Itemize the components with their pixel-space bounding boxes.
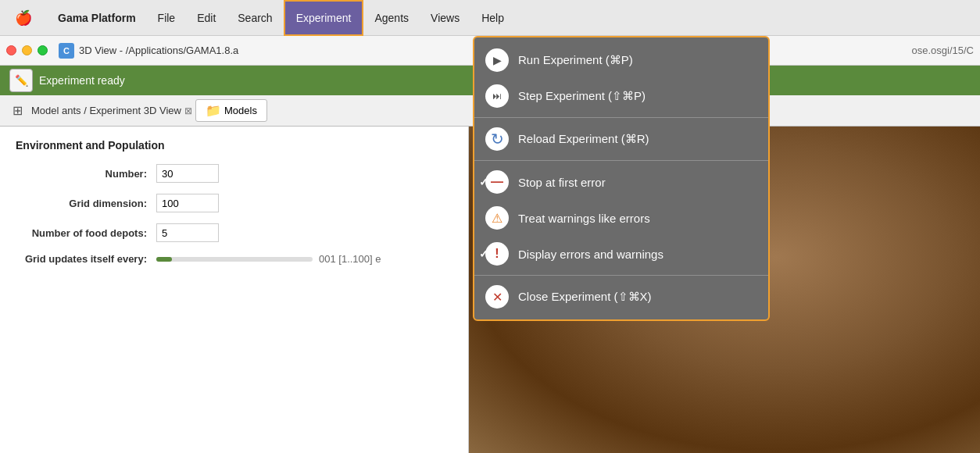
- number-label: Number:: [16, 168, 156, 180]
- reload-icon: ↻: [485, 127, 509, 151]
- display-errors-label: Display errors and warnings: [518, 248, 663, 261]
- section-title: Environment and Population: [16, 139, 452, 152]
- experiment-status: Experiment ready: [39, 74, 125, 87]
- popout-icon[interactable]: ⊠: [184, 105, 192, 116]
- stop-first-error-item[interactable]: — Stop at first error: [474, 164, 768, 200]
- breadcrumb: Model ants / Experiment 3D View ⊠: [31, 105, 192, 116]
- apple-menu[interactable]: 🍎: [0, 9, 47, 27]
- slider-container: 001 [1..100] e: [156, 253, 381, 265]
- menu-edit[interactable]: Edit: [186, 0, 227, 36]
- nav-settings-icon[interactable]: ⊞: [6, 100, 28, 122]
- menubar: 🍎 Gama Platform File Edit Search Experim…: [0, 0, 980, 36]
- food-depots-row: Number of food depots:: [16, 223, 452, 242]
- step-experiment-item[interactable]: ⏭ Step Experiment (⇧⌘P): [474, 78, 768, 114]
- reload-experiment-item[interactable]: ↻ Reload Experiment (⌘R): [474, 121, 768, 157]
- grid-updates-row: Grid updates itself every: 001 [1..100] …: [16, 253, 452, 265]
- experiment-dropdown-menu: ▶ Run Experiment (⌘P) ⏭ Step Experiment …: [473, 36, 770, 321]
- close-experiment-item[interactable]: ✕ Close Experiment (⇧⌘X): [474, 279, 768, 315]
- run-experiment-label: Run Experiment (⌘P): [518, 53, 633, 67]
- food-depots-input[interactable]: [156, 223, 219, 242]
- breadcrumb-text: Model ants / Experiment 3D View: [31, 105, 181, 116]
- menu-file[interactable]: File: [147, 0, 187, 36]
- close-window-button[interactable]: [6, 45, 16, 55]
- slider-track[interactable]: [156, 257, 313, 262]
- edit-button[interactable]: ✏️: [9, 69, 33, 92]
- step-experiment-label: Step Experiment (⇧⌘P): [518, 89, 646, 103]
- grid-dimension-label: Grid dimension:: [16, 198, 156, 209]
- grid-dimension-input[interactable]: [156, 194, 219, 212]
- maximize-window-button[interactable]: [38, 45, 48, 55]
- warning-icon: ⚠: [485, 206, 509, 230]
- menu-agents[interactable]: Agents: [363, 0, 420, 36]
- run-experiment-item[interactable]: ▶ Run Experiment (⌘P): [474, 42, 768, 78]
- step-icon: ⏭: [485, 84, 509, 108]
- separator-2: [474, 160, 768, 161]
- traffic-lights: [6, 45, 48, 55]
- error-icon: !: [485, 242, 509, 266]
- browser-icon: C: [59, 43, 74, 59]
- menu-search[interactable]: Search: [227, 0, 283, 36]
- number-input[interactable]: [156, 164, 219, 183]
- left-panel: Environment and Population Number: Grid …: [0, 127, 469, 453]
- models-tab-label: Models: [224, 105, 257, 116]
- stop-error-icon: —: [485, 170, 509, 194]
- slider-fill: [156, 257, 172, 262]
- display-errors-item[interactable]: ! Display errors and warnings: [474, 236, 768, 272]
- treat-warnings-label: Treat warnings like errors: [518, 212, 650, 225]
- menu-views[interactable]: Views: [420, 0, 470, 36]
- grid-dimension-row: Grid dimension:: [16, 194, 452, 212]
- slider-value: 001 [1..100] e: [319, 253, 381, 265]
- folder-icon: 📁: [206, 103, 221, 118]
- separator-3: [474, 275, 768, 276]
- number-row: Number:: [16, 164, 452, 183]
- separator-1: [474, 117, 768, 118]
- menu-help[interactable]: Help: [470, 0, 515, 36]
- food-depots-label: Number of food depots:: [16, 227, 156, 239]
- minimize-window-button[interactable]: [22, 45, 32, 55]
- models-tab[interactable]: 📁 Models: [195, 99, 267, 122]
- menu-experiment[interactable]: Experiment: [284, 0, 364, 36]
- menu-app-name[interactable]: Gama Platform: [47, 0, 147, 36]
- reload-experiment-label: Reload Experiment (⌘R): [518, 132, 649, 146]
- window-title-suffix: ose.osgi/15/C: [912, 45, 975, 56]
- close-experiment-label: Close Experiment (⇧⌘X): [518, 290, 652, 304]
- treat-warnings-item[interactable]: ⚠ Treat warnings like errors: [474, 200, 768, 236]
- close-experiment-icon: ✕: [485, 285, 509, 309]
- run-icon: ▶: [485, 48, 509, 72]
- stop-first-error-label: Stop at first error: [518, 176, 606, 189]
- grid-updates-label: Grid updates itself every:: [16, 253, 156, 265]
